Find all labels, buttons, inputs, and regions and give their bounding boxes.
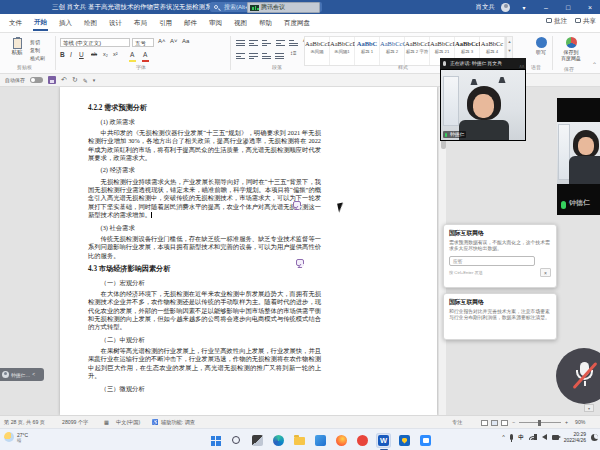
tray-expand-icon[interactable]: ^ — [502, 434, 505, 440]
pen-icon[interactable]: ✎ — [83, 77, 88, 84]
avatar[interactable] — [501, 3, 510, 12]
change-case-button[interactable]: Aa — [182, 38, 189, 44]
italic-button[interactable]: I — [70, 51, 72, 58]
page-indicator[interactable]: 第 28 页, 共 69 页 — [4, 419, 45, 426]
meeting-taskbar-chip[interactable]: 腾讯会议 — [247, 2, 320, 13]
tab-insert[interactable]: 插入 — [58, 17, 73, 30]
justify-button[interactable] — [275, 52, 284, 60]
comment-marker-icon[interactable] — [293, 201, 301, 208]
qat-more-icon[interactable]: ▾ — [93, 77, 96, 83]
security-app-button[interactable] — [397, 433, 412, 448]
copy-button[interactable]: 复制 — [30, 47, 40, 53]
ribbon-display-options-button[interactable]: ▾ — [516, 4, 532, 11]
document-text[interactable]: 4.2.2 需求预测分析 (1) 政策需求 中共印发的《无损检测仪器行业发展“十… — [88, 99, 321, 396]
tray-mic-icon[interactable] — [510, 434, 514, 440]
ime-indicator[interactable]: 中 — [518, 434, 524, 441]
tab-references[interactable]: 引用 — [158, 17, 173, 30]
language-indicator[interactable]: 中文(中国) — [116, 419, 140, 426]
accessibility-icon[interactable]: ♿ — [152, 419, 159, 425]
autosave-toggle[interactable] — [30, 77, 43, 83]
align-right-button[interactable] — [262, 52, 271, 60]
style-item[interactable]: AaBbCcDc无间隔1 — [330, 37, 355, 66]
tab-review[interactable]: 审阅 — [208, 17, 223, 30]
collapse-ribbon-icon[interactable]: ⌃ — [592, 61, 597, 68]
word-count[interactable]: 28099 个字 — [62, 419, 88, 426]
word-button[interactable]: W — [376, 433, 391, 448]
increase-indent-button[interactable] — [289, 39, 298, 47]
redo-icon[interactable]: ↻ — [72, 76, 78, 84]
taskbar-search-button[interactable] — [229, 433, 244, 448]
proofing-icon[interactable]: ▦ — [104, 419, 109, 425]
close-button[interactable]: × — [582, 4, 598, 11]
line-spacing-button[interactable]: ↕≡ — [290, 50, 297, 56]
collapse-chevron-icon[interactable]: < — [32, 372, 35, 377]
numbering-button[interactable] — [249, 39, 258, 47]
firefox-button[interactable] — [334, 433, 349, 448]
tencent-meeting-button[interactable] — [418, 433, 433, 448]
tab-design[interactable]: 设计 — [108, 17, 123, 30]
zoom-out-button[interactable]: − — [512, 419, 515, 425]
comment-marker-icon[interactable] — [296, 259, 304, 266]
cut-button[interactable]: 剪切 — [30, 39, 40, 45]
zoom-slider-knob[interactable] — [538, 420, 541, 426]
minimize-button[interactable]: – — [538, 4, 554, 11]
start-button[interactable] — [208, 433, 223, 448]
strikethrough-button[interactable]: ab — [91, 51, 97, 57]
meeting-side-video-panel[interactable]: 钟德仁 — [557, 98, 600, 215]
bullets-button[interactable] — [236, 39, 245, 47]
accessibility-status[interactable]: 辅助功能: 调查 — [161, 419, 195, 426]
superscript-button[interactable]: x² — [113, 51, 118, 57]
document-page[interactable]: 4.2.2 需求预测分析 (1) 政策需求 中共印发的《无损检测仪器行业发展“十… — [60, 87, 437, 415]
weather-widget[interactable]: 27°C 晴 — [4, 432, 28, 443]
comment-close-button[interactable]: × — [540, 268, 551, 277]
web-layout-icon[interactable] — [501, 420, 508, 426]
print-layout-icon[interactable] — [491, 420, 498, 426]
meeting-video-window[interactable]: 钟德仁 — [440, 69, 526, 141]
maximize-button[interactable]: □ — [560, 4, 576, 11]
save-to-baidu-button[interactable]: 保存到 百度网盘 — [556, 37, 586, 61]
font-color-button[interactable]: A — [143, 51, 147, 58]
format-painter-button[interactable]: 格式刷 — [30, 55, 45, 61]
underline-button[interactable]: U — [79, 51, 84, 58]
tab-baidu-netdisk[interactable]: 百度网盘 — [283, 17, 311, 30]
panel-collapse-icon[interactable]: ▾ — [584, 404, 594, 412]
highlight-button[interactable]: A — [130, 51, 134, 58]
comment-reply-input[interactable]: 应答 — [449, 256, 535, 266]
read-mode-icon[interactable] — [481, 420, 488, 426]
style-item[interactable]: AaBbC标题 1 — [355, 37, 380, 66]
decrease-indent-button[interactable] — [276, 39, 285, 47]
zoom-in-button[interactable]: + — [565, 419, 568, 425]
font-size-select[interactable]: 五号 — [132, 38, 154, 47]
shrink-font-button[interactable]: A˅ — [170, 38, 178, 44]
tab-layout[interactable]: 布局 — [133, 17, 148, 30]
tab-draw[interactable]: 绘图 — [83, 17, 98, 30]
gallery-scroll-down-icon[interactable]: ▼ — [507, 46, 512, 55]
bold-button[interactable]: B — [60, 51, 65, 58]
font-family-select[interactable]: 等线 (中文正文) — [60, 38, 130, 47]
align-center-button[interactable] — [249, 52, 258, 60]
taskbar-clock[interactable]: 20:29 2022/4/26 — [564, 431, 586, 444]
style-item[interactable]: AaBbCcDc无间隔 — [305, 37, 330, 66]
share-button[interactable]: 共享 — [575, 17, 596, 26]
comments-button[interactable]: 批注 — [546, 17, 567, 26]
tray-camera-icon[interactable] — [552, 435, 559, 440]
meeting-collapsed-bar[interactable]: 钟德仁… < — [0, 368, 44, 381]
style-item[interactable]: AaBbCcD标题 2 字符 — [405, 37, 430, 66]
photos-app-button[interactable] — [313, 433, 328, 448]
undo-icon[interactable]: ↶ — [61, 76, 67, 84]
edge-button[interactable] — [271, 433, 286, 448]
comment-card[interactable]: 国际互联网络 和行业报告对比并完善技术方案，注意市场要素与行业分布期刊利润值，数… — [443, 293, 557, 340]
grow-font-button[interactable]: A˄ — [158, 38, 166, 44]
tab-home[interactable]: 开始 — [33, 16, 48, 31]
volume-icon[interactable] — [542, 434, 547, 440]
save-icon[interactable] — [48, 76, 56, 84]
file-explorer-button[interactable] — [292, 433, 307, 448]
multilevel-list-button[interactable] — [262, 39, 271, 47]
style-item[interactable]: AaBbCcC标题 2 — [380, 37, 405, 66]
comment-card[interactable]: 国际互联网络 需求预测数据有误，不能大而化之，这个技术需求多大应尽快给出数据。 … — [443, 224, 557, 288]
tab-file[interactable]: 文件 — [8, 17, 23, 30]
tab-help[interactable]: 帮助 — [258, 17, 273, 30]
zoom-level[interactable]: 90% — [575, 419, 585, 425]
task-view-button[interactable] — [250, 433, 265, 448]
tab-view[interactable]: 视图 — [233, 17, 248, 30]
